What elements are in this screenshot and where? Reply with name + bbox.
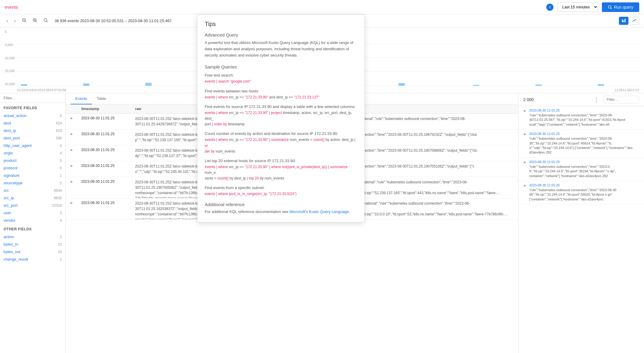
additional-ref-text: For additional KQL reference documentati…: [205, 209, 357, 215]
svg-rect-19: [21, 84, 27, 86]
svg-line-4: [25, 21, 26, 22]
zoom-in-icon: [33, 18, 37, 23]
svg-rect-21: [145, 83, 152, 86]
svg-rect-11: [622, 19, 623, 22]
query-label-6: Find events from a specific subnet:: [205, 185, 357, 190]
time-selector[interactable]: Last 15 minutes: [557, 2, 598, 12]
event-timestamp-6: 2023-08-30 11:01:25: [78, 198, 131, 207]
zoom-out-button[interactable]: [20, 17, 28, 25]
header-right: i Last 15 minutes Run query: [546, 2, 639, 12]
list-item: ► 2023-08-30 11:01:25 "rule":"kubernetes…: [518, 130, 644, 158]
sidebar-item-src[interactable]: src 8844: [0, 187, 65, 194]
line-chart-button[interactable]: [630, 17, 639, 25]
query-label-4: Count number of events by action and des…: [205, 131, 357, 136]
event-timestamp-5: 2023-08-30 11:01:25: [78, 177, 131, 186]
bar-chart-icon: [622, 18, 626, 22]
expand-row-4[interactable]: ►: [66, 161, 78, 170]
event-timestamp-1: 2023-08-30 11:01:25: [78, 114, 131, 123]
tips-overlay: Tips Advanced Query A powerful tool that…: [197, 14, 365, 222]
sidebar-item-sourcetype[interactable]: sourcetype 5: [0, 179, 65, 187]
kusto-docs-link[interactable]: Microsoft's Kusto Query Language: [290, 209, 349, 214]
query-label-3: Find events for source IP 172.21.33.90 a…: [205, 104, 357, 109]
sidebar-item-actual_action[interactable]: actual_action 6: [0, 112, 65, 119]
additional-ref-title: Additional reference: [205, 202, 357, 207]
bar-chart-button[interactable]: [619, 17, 628, 25]
right-expand-1[interactable]: ►: [523, 109, 527, 113]
query-label-1: Free text search:: [205, 73, 357, 77]
sidebar-item-src_port[interactable]: src_port 10318: [0, 202, 65, 209]
query-code-1: events | search "google.com": [205, 79, 357, 84]
tab-events[interactable]: Events: [71, 93, 92, 104]
sidebar-item-protocol[interactable]: protocol 6: [0, 164, 65, 172]
svg-rect-20: [83, 83, 89, 86]
sidebar-item-vendor[interactable]: vendor 4: [0, 217, 65, 224]
query-code-3: events | where src_ip == "172.21.33.90" …: [205, 110, 357, 127]
svg-line-1: [611, 8, 612, 9]
sidebar-filter-input[interactable]: [0, 93, 65, 103]
sidebar-item-dest[interactable]: dest 624: [0, 119, 65, 127]
expand-row-2[interactable]: ►: [66, 130, 78, 139]
run-query-button[interactable]: Run query: [602, 2, 639, 12]
expand-row-5[interactable]: ►: [66, 177, 78, 186]
sidebar-item-origin[interactable]: origin 4: [0, 149, 65, 157]
sidebar-item-src_ip[interactable]: src_ip 8830: [0, 194, 65, 202]
right-panel-actions: ⋮: [592, 96, 639, 104]
advanced-query-desc: A powerful tool that utilizes Microsoft …: [205, 40, 357, 58]
query-group-2: Find events between two hosts: events | …: [205, 89, 357, 100]
right-expand-4[interactable]: ►: [523, 183, 527, 188]
event-timestamp-4: 2023-08-30 11:01:25: [78, 161, 131, 170]
query-label-5: List top 20 external hosts for source IP…: [205, 159, 357, 163]
right-filter-input[interactable]: [603, 96, 639, 104]
info-button[interactable]: i: [546, 4, 553, 11]
sidebar-item-signature[interactable]: signature 1: [0, 172, 65, 179]
sidebar-item-bytes_out[interactable]: bytes_out 15: [0, 248, 65, 255]
expand-row-1[interactable]: ►: [66, 114, 78, 123]
chart-type-buttons: [619, 17, 639, 25]
sidebar-item-http_user_agent[interactable]: http_user_agent 4: [0, 142, 65, 149]
right-expand-3[interactable]: ►: [523, 160, 527, 164]
col-timestamp-header[interactable]: timestamp: [78, 104, 131, 113]
svg-rect-26: [399, 83, 405, 86]
sidebar-item-action[interactable]: action 2: [0, 233, 65, 241]
query-group-3: Find events for source IP 172.21.33.90 a…: [205, 104, 357, 127]
back-button[interactable]: ‹: [5, 17, 10, 25]
zoom-out-icon: [22, 18, 27, 23]
expand-row-6[interactable]: ►: [66, 198, 78, 207]
sidebar-item-user[interactable]: user 3: [0, 209, 65, 217]
zoom-fit-button[interactable]: [42, 17, 50, 25]
list-item: ► 2023-08-30 11:01:25 "rule":"kubernetes…: [518, 158, 644, 181]
right-events-table: ► 2023-08-30 11:01:25 "rule":"kubernetes…: [518, 106, 644, 353]
advanced-query-title: Advanced Query: [205, 32, 357, 37]
query-label-2: Find events between two hosts:: [205, 89, 357, 93]
sample-queries-title: Sample Queries: [205, 64, 357, 69]
list-item: ► 2023-08-30 11:01:25 "rule":"kubernetes…: [518, 181, 644, 204]
sidebar-item-bytes_in[interactable]: bytes_in 15: [0, 241, 65, 248]
svg-rect-29: [598, 84, 604, 86]
query-group-1: Free text search: events | search "googl…: [205, 73, 357, 84]
zoom-in-button[interactable]: [31, 17, 39, 25]
chart-y-labels: 20,000 15,000 10,000 5,000 0: [5, 30, 16, 86]
svg-rect-27: [473, 85, 480, 86]
top-header: events i Last 15 minutes Run query: [0, 0, 644, 14]
svg-rect-12: [623, 20, 624, 22]
right-expand-2[interactable]: ►: [523, 132, 527, 136]
sidebar-item-change_result[interactable]: change_result 1: [0, 255, 65, 263]
query-group-5: List top 20 external hosts for source IP…: [205, 159, 357, 182]
event-timestamp-3: 2023-08-30 11:01:25: [78, 145, 131, 154]
event-count: 36 936 events 2023-08-30 10:52:05,531 – …: [55, 19, 172, 23]
sidebar-item-product[interactable]: product 5: [0, 157, 65, 164]
right-panel-header: 2 000 ⋮: [518, 93, 644, 106]
zoom-fit-icon: [43, 18, 48, 23]
list-item: ► 2023-08-30 11:01:25 "rule":"kubernetes…: [518, 106, 644, 130]
forward-button[interactable]: ›: [12, 17, 17, 25]
expand-row-3[interactable]: ►: [66, 145, 78, 154]
tab-table[interactable]: Table: [92, 93, 111, 104]
query-code-6: events | where ipv4_is_in_range(src_ip, …: [205, 191, 357, 197]
more-options-button[interactable]: ⋮: [592, 96, 601, 104]
sidebar-item-dest_port[interactable]: dest_port 590: [0, 134, 65, 142]
tips-title: Tips: [205, 21, 357, 28]
right-panel: 2 000 ⋮ ► 2023-08-30 11:01:25 "rule":"ku…: [518, 93, 644, 353]
sidebar-item-dest_ip[interactable]: dest_ip 623: [0, 127, 65, 134]
right-panel-count: 2 000: [523, 97, 534, 102]
svg-rect-28: [536, 84, 542, 86]
